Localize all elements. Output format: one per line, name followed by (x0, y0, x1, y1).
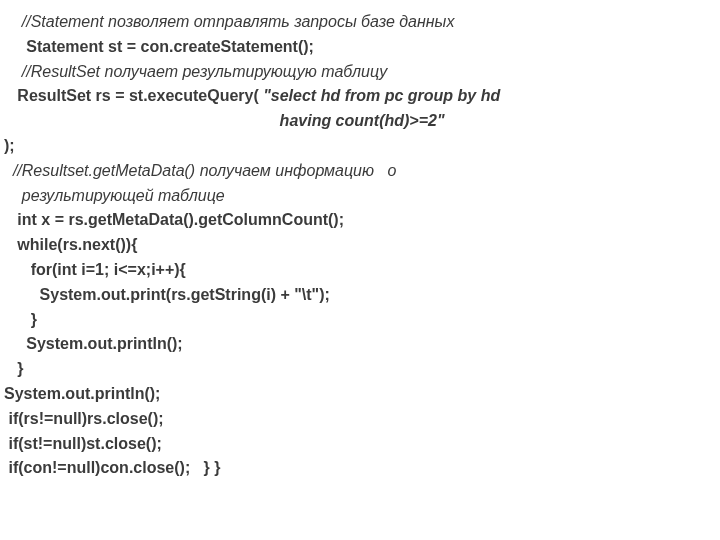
code-println-inner: System.out.println(); (4, 332, 708, 357)
comment-getmetadata-1: //Resultset.getMetaData() получаем инфор… (4, 159, 708, 184)
sql-query-part1: "select hd from pc group by hd (263, 87, 500, 104)
code-print: System.out.print(rs.getString(i) + "\t")… (4, 283, 708, 308)
comment-statement: //Statement позволяет отправлять запросы… (4, 10, 708, 35)
code-execute-query: ResultSet rs = st.executeQuery( "select … (4, 84, 708, 109)
code-create-statement: Statement st = con.createStatement(); (4, 35, 708, 60)
code-column-count: int x = rs.getMetaData().getColumnCount(… (4, 208, 708, 233)
code-close-for: } (4, 308, 708, 333)
code-while: while(rs.next()){ (4, 233, 708, 258)
code-close-rs: if(rs!=null)rs.close(); (4, 407, 708, 432)
code-close-while: } (4, 357, 708, 382)
comment-resultset: //ResultSet получает результирующую табл… (4, 60, 708, 85)
sql-query-part2: having count(hd)>=2" (4, 109, 708, 134)
code-close-paren: ); (4, 134, 708, 159)
code-snippet-page: //Statement позволяет отправлять запросы… (0, 0, 720, 540)
code-close-st: if(st!=null)st.close(); (4, 432, 708, 457)
code-for: for(int i=1; i<=x;i++){ (4, 258, 708, 283)
code-println-outer: System.out.println(); (4, 382, 708, 407)
code-close-con: if(con!=null)con.close(); } } (4, 456, 708, 481)
comment-getmetadata-2: результирующей таблице (4, 184, 708, 209)
